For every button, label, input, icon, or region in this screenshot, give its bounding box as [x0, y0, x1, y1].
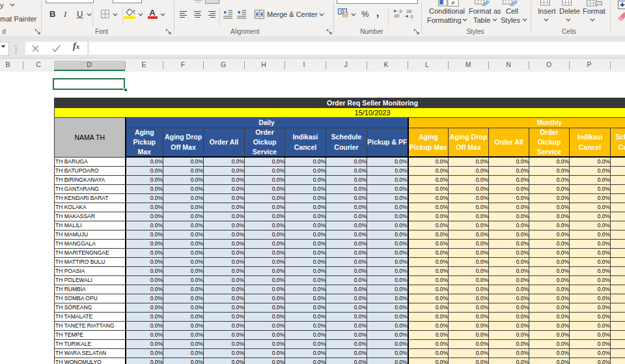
svg-text:A: A: [149, 8, 156, 16]
svg-text:.00: .00: [406, 9, 411, 14]
svg-text:≠: ≠: [451, 0, 455, 7]
svg-text:.00: .00: [393, 14, 399, 18]
svg-text:.0: .0: [410, 14, 413, 19]
svg-text:.0: .0: [398, 9, 402, 14]
